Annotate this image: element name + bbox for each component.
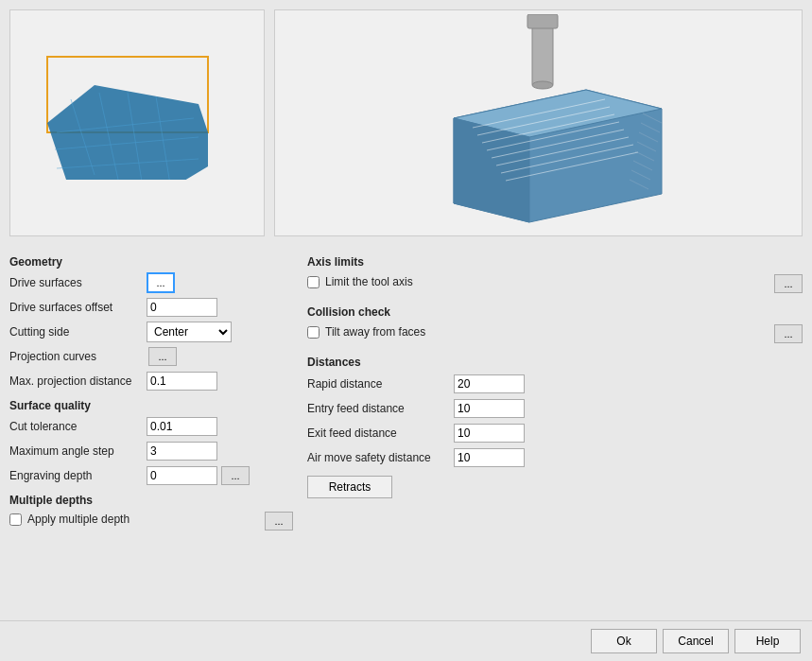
ok-button[interactable]: Ok: [591, 629, 657, 653]
svg-marker-2: [47, 85, 217, 189]
distances-title: Distances: [307, 356, 803, 369]
preview-left: [9, 9, 265, 236]
right-panel: Axis limits Limit the tool axis ... Coll…: [307, 255, 803, 611]
air-move-safety-distance-row: Air move safety distance: [307, 447, 803, 468]
multiple-depths-title: Multiple depths: [9, 494, 293, 507]
exit-feed-distance-label: Exit feed distance: [307, 426, 454, 440]
retracts-button[interactable]: Retracts: [307, 476, 392, 498]
svg-rect-32: [527, 14, 558, 28]
limit-tool-axis-row: Limit the tool axis ...: [307, 273, 803, 294]
bottom-bar: Ok Cancel Help: [0, 620, 812, 661]
engraving-depth-button[interactable]: ...: [221, 466, 250, 485]
projection-curves-label: Projection curves: [9, 350, 147, 363]
engraving-depth-row: Engraving depth ...: [9, 465, 293, 486]
drive-surfaces-input-group: ...: [147, 272, 175, 293]
top-preview-area: [0, 0, 812, 246]
cutting-side-select[interactable]: Center Left Right: [147, 322, 232, 342]
help-button[interactable]: Help: [734, 629, 801, 653]
drive-surfaces-button[interactable]: ...: [147, 272, 175, 293]
surface-preview-svg: [19, 28, 255, 217]
rapid-distance-input[interactable]: [454, 374, 525, 393]
apply-multiple-depth-row: Apply multiple depth ...: [9, 511, 293, 531]
cancel-button[interactable]: Cancel: [663, 629, 729, 653]
limit-tool-axis-checkbox-row: Limit the tool axis: [307, 275, 772, 288]
machining-preview-svg: [397, 14, 681, 232]
axis-limits-title: Axis limits: [307, 255, 803, 269]
drive-surfaces-row: Drive surfaces ...: [9, 272, 293, 293]
exit-feed-distance-input[interactable]: [454, 424, 525, 443]
limit-tool-axis-label: Limit the tool axis: [325, 275, 413, 288]
main-container: Geometry Drive surfaces ... Drive surfac…: [0, 0, 812, 661]
entry-feed-distance-input[interactable]: [454, 399, 525, 418]
cut-tolerance-input[interactable]: [147, 417, 217, 436]
max-projection-distance-input[interactable]: [147, 372, 217, 391]
air-move-safety-distance-label: Air move safety distance: [307, 451, 454, 464]
cut-tolerance-label: Cut tolerance: [9, 420, 147, 433]
drive-surfaces-offset-input[interactable]: [147, 298, 217, 317]
svg-rect-29: [532, 24, 553, 85]
entry-feed-distance-row: Entry feed distance: [307, 398, 803, 419]
tilt-away-row: Tilt away from faces ...: [307, 323, 803, 344]
cutting-side-row: Cutting side Center Left Right: [9, 322, 293, 342]
max-projection-distance-label: Max. projection distance: [9, 374, 147, 388]
entry-feed-distance-label: Entry feed distance: [307, 402, 454, 415]
preview-right: [274, 9, 803, 236]
tilt-away-label: Tilt away from faces: [325, 325, 425, 339]
projection-curves-row: Projection curves ...: [9, 346, 293, 367]
svg-point-31: [532, 81, 553, 89]
cut-tolerance-row: Cut tolerance: [9, 416, 293, 437]
maximum-angle-step-row: Maximum angle step: [9, 441, 293, 461]
collision-check-title: Collision check: [307, 305, 803, 319]
retracts-container: Retracts: [307, 476, 803, 498]
left-panel: Geometry Drive surfaces ... Drive surfac…: [9, 255, 293, 611]
maximum-angle-step-label: Maximum angle step: [9, 444, 147, 458]
engraving-depth-input[interactable]: [147, 466, 217, 485]
rapid-distance-row: Rapid distance: [307, 374, 803, 394]
engraving-depth-label: Engraving depth: [9, 469, 147, 482]
geometry-section-title: Geometry: [9, 255, 293, 269]
apply-multiple-depth-checkbox-row: Apply multiple depth: [9, 513, 130, 526]
air-move-safety-distance-input[interactable]: [454, 448, 525, 467]
limit-tool-axis-checkbox[interactable]: [307, 276, 320, 288]
collision-check-dots-button[interactable]: ...: [774, 324, 803, 343]
rapid-distance-label: Rapid distance: [307, 377, 454, 391]
exit-feed-distance-row: Exit feed distance: [307, 423, 803, 444]
content-area: Geometry Drive surfaces ... Drive surfac…: [0, 246, 812, 620]
tilt-away-checkbox[interactable]: [307, 326, 320, 339]
apply-multiple-depth-label: Apply multiple depth: [27, 513, 130, 526]
apply-multiple-depth-checkbox[interactable]: [9, 513, 22, 526]
cutting-side-label: Cutting side: [9, 325, 147, 339]
surface-quality-title: Surface quality: [9, 399, 293, 412]
drive-surfaces-offset-label: Drive surfaces offset: [9, 301, 147, 314]
max-projection-distance-row: Max. projection distance: [9, 371, 293, 391]
maximum-angle-step-input[interactable]: [147, 442, 217, 461]
multiple-depths-button[interactable]: ...: [265, 512, 293, 531]
svg-marker-12: [454, 118, 529, 222]
tilt-away-checkbox-row: Tilt away from faces: [307, 325, 772, 339]
projection-curves-button[interactable]: ...: [148, 347, 177, 366]
axis-limits-dots-button[interactable]: ...: [774, 274, 803, 293]
drive-surfaces-offset-row: Drive surfaces offset: [9, 297, 293, 318]
drive-surfaces-label: Drive surfaces: [9, 276, 147, 289]
